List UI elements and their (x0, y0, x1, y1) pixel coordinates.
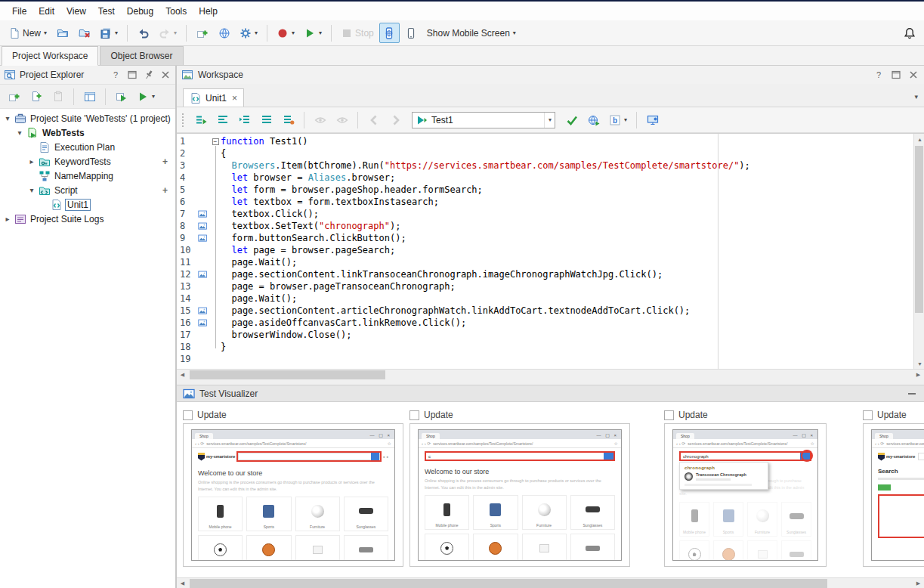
code-line-9[interactable]: 9 form.buttonSearch.ClickButton(); (177, 232, 913, 244)
code-line-3[interactable]: 3 Browsers.Item(btChrome).Run("https://s… (177, 159, 913, 172)
indent-button[interactable] (234, 110, 255, 130)
visualizer-frame-icon[interactable] (195, 306, 210, 316)
pe-add-item-button[interactable] (4, 86, 24, 107)
browser-tab[interactable]: Shop (195, 433, 213, 439)
scroll-track[interactable] (914, 144, 924, 358)
browser-nav-icons[interactable]: ‹ › ⟳ (875, 441, 884, 446)
browser-window-controls[interactable]: — ▢ × (793, 432, 814, 438)
product-card[interactable] (522, 534, 567, 560)
product-card[interactable]: Sports (246, 497, 291, 531)
new-button[interactable]: New▾ (5, 23, 51, 43)
code-line-14[interactable]: 14 page.Wait(); (177, 292, 913, 305)
suggestion-item[interactable]: Transocean Chronograph (685, 472, 763, 481)
chevron-down-icon[interactable]: ▾ (115, 29, 118, 36)
browser-nav-icons[interactable]: ‹ › ⟳ (676, 441, 685, 446)
outline-button[interactable] (212, 110, 233, 130)
pe-add-file-button[interactable] (26, 86, 46, 107)
bookmark-star-icon[interactable]: ☆ (811, 441, 814, 446)
code-line-10[interactable]: 10 let page = browser.pageSearch; (177, 244, 913, 256)
panel-pin-icon[interactable] (142, 69, 155, 82)
editor-vertical-scrollbar[interactable]: ▲ ▼ (913, 134, 924, 369)
navigate-back-button[interactable] (363, 110, 384, 130)
browser-tab[interactable]: Shop (676, 433, 694, 439)
search-term-suggestion[interactable]: chronograph (685, 466, 763, 470)
pe-run-button[interactable] (111, 86, 131, 107)
code-line-1[interactable]: 1−function Test1() (177, 135, 913, 147)
update-checkbox[interactable]: Update (183, 407, 403, 423)
run-routine-button[interactable] (190, 110, 211, 130)
scroll-up-icon[interactable]: ▲ (914, 134, 924, 144)
scroll-thumb[interactable] (190, 579, 827, 588)
scroll-track[interactable] (188, 370, 913, 380)
code-line-4[interactable]: 4 let browser = Aliases.browser; (177, 172, 913, 184)
add-item-button[interactable]: + (162, 156, 168, 167)
checkbox[interactable] (863, 410, 873, 420)
code-line-7[interactable]: 7 textbox.Click(); (177, 208, 913, 220)
tree-item-project-suite-webtests-1-project[interactable]: ▾Project Suite 'WebTests' (1 project) (0, 111, 175, 125)
product-card[interactable]: Sunglasses (781, 502, 811, 537)
menu-view[interactable]: View (60, 3, 92, 20)
chevron-down-icon[interactable]: ▾ (292, 29, 295, 36)
code-line-8[interactable]: 8 textbox.SetText("chronograph"); (177, 220, 913, 232)
close-project-button[interactable] (74, 23, 94, 43)
run-in-browser-button[interactable] (583, 110, 604, 130)
chevron-down-icon[interactable]: ▾ (319, 29, 322, 36)
save-all-button[interactable]: ▾ (96, 23, 122, 43)
code-line-13[interactable]: 13 page = browser.pageTransoceanChronogr… (177, 280, 913, 292)
visualizer-thumbnail[interactable]: Shop— ▢ ×‹ › ⟳services.smartbear.com/sam… (863, 423, 924, 567)
visualizer-frame-icon[interactable] (195, 234, 210, 243)
format-code-button[interactable] (256, 110, 277, 130)
chevron-down-icon[interactable]: ▾ (624, 116, 627, 123)
update-checkbox[interactable]: Update (409, 407, 630, 423)
visualizer-horizontal-scrollbar[interactable]: ◀ ▶ (177, 577, 924, 588)
highlighted-product-card[interactable] (878, 494, 924, 538)
code-line-12[interactable]: 12 page.sectionContent.linkTransoceanChr… (177, 268, 913, 280)
product-card[interactable] (295, 535, 340, 560)
fold-toggle-icon[interactable]: − (210, 138, 221, 145)
bookmark-star-icon[interactable]: ☆ (388, 441, 391, 446)
chevron-down-icon[interactable]: ▾ (544, 113, 552, 128)
tab-project-workspace[interactable]: Project Workspace (2, 46, 98, 66)
code-line-5[interactable]: 5 let form = browser.pageShop.header.for… (177, 184, 913, 196)
panel-close-icon[interactable] (159, 69, 172, 82)
editor-horizontal-scrollbar[interactable]: ◀ ▶ (177, 369, 924, 379)
tree-item-script[interactable]: ▾Script+ (0, 183, 175, 197)
code-area[interactable]: 1−function Test1()2{3 Browsers.Item(btCh… (177, 134, 913, 369)
product-card[interactable] (570, 534, 615, 560)
code-line-11[interactable]: 11 page.Wait(); (177, 256, 913, 268)
navigate-forward-button[interactable] (385, 110, 406, 130)
product-card[interactable] (747, 540, 777, 560)
scroll-down-icon[interactable]: ▼ (914, 358, 924, 369)
code-line-15[interactable]: 15 page.sectionContent.articleChronograp… (177, 305, 913, 317)
product-card[interactable] (473, 534, 518, 560)
code-line-6[interactable]: 6 let textbox = form.textboxInstasearch; (177, 196, 913, 208)
tab-unit1[interactable]: Unit1 × (183, 88, 244, 107)
instasearch-box[interactable]: c (425, 451, 615, 461)
close-tab-icon[interactable]: × (230, 93, 237, 104)
tree-item-webtests[interactable]: ▾WebTests (0, 125, 175, 140)
browser-tab[interactable]: Shop (422, 433, 440, 439)
scroll-left-icon[interactable]: ◀ (177, 578, 188, 588)
panel-help-icon[interactable]: ? (872, 69, 885, 82)
code-line-18[interactable]: 18} (177, 341, 913, 353)
menu-test[interactable]: Test (92, 3, 121, 20)
product-card[interactable]: Sunglasses (570, 495, 615, 530)
product-card[interactable]: Mobile phone (425, 495, 469, 530)
tree-item-namemapping[interactable]: NameMapping (0, 169, 175, 183)
product-card[interactable] (344, 535, 388, 560)
browser-tab[interactable]: Shop (875, 433, 893, 439)
chevron-down-icon[interactable]: ▾ (152, 93, 155, 100)
code-line-2[interactable]: 2{ (177, 147, 913, 159)
undo-button[interactable] (133, 23, 153, 43)
pe-run-options-button[interactable]: ▾ (133, 86, 159, 107)
scroll-right-icon[interactable]: ▶ (913, 370, 924, 380)
product-card[interactable]: Sports (713, 502, 743, 537)
menu-debug[interactable]: Debug (121, 3, 159, 20)
menu-tools[interactable]: Tools (159, 3, 193, 20)
chevron-down-icon[interactable]: ▾ (255, 29, 258, 36)
visualizer-frame-icon[interactable] (195, 221, 210, 231)
tab-list-dropdown-icon[interactable]: ▾ (914, 93, 918, 107)
expander-down-icon[interactable]: ▾ (15, 128, 24, 137)
product-card[interactable]: Furniture (295, 497, 340, 531)
product-card[interactable]: Furniture (522, 495, 567, 530)
